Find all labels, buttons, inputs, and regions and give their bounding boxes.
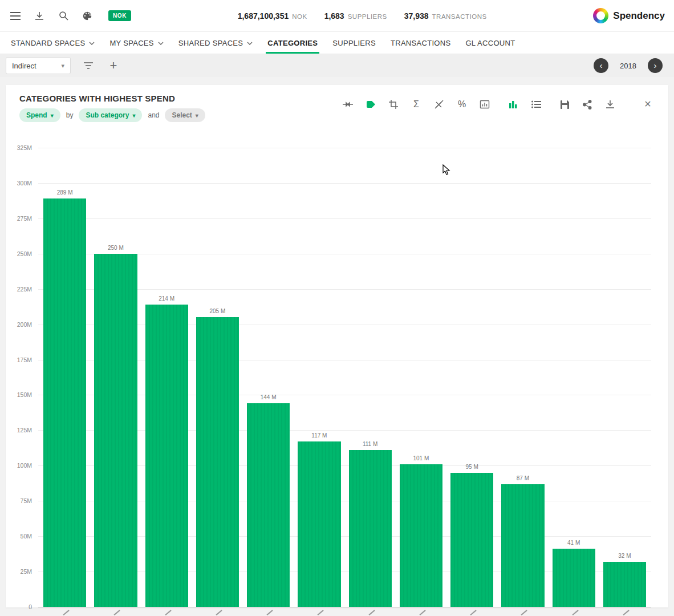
transactions-value: 37,938 <box>404 11 429 21</box>
x-tick-mark <box>419 610 425 615</box>
secondary-dimension-pill[interactable]: Select ▾ <box>165 108 205 122</box>
and-label: and <box>148 111 159 119</box>
bars: 289 M250 M214 M205 M144 M117 M111 M101 M… <box>38 148 651 607</box>
scope-dropdown-value: Indirect <box>12 62 36 70</box>
share-icon[interactable] <box>582 99 593 110</box>
bar-value-label: 214 M <box>140 295 194 302</box>
transactions-unit: TRANSACTIONS <box>432 13 487 20</box>
bar-value-label: 95 M <box>445 464 499 470</box>
y-tick-label: 225M <box>17 286 32 293</box>
y-tick-label: 250M <box>17 250 32 257</box>
x-tick-mark <box>114 610 120 615</box>
nav-label: SUPPLIERS <box>332 39 376 47</box>
bar-value-label: 250 M <box>88 245 143 251</box>
percent-icon[interactable]: % <box>456 99 468 110</box>
list-view-icon[interactable] <box>530 99 542 110</box>
suppliers-unit: SUPPLIERS <box>348 13 387 20</box>
suppliers-value: 1,683 <box>324 11 344 21</box>
bar[interactable]: 205 M <box>196 317 239 607</box>
dimension-pill[interactable]: Sub category ▾ <box>79 108 142 122</box>
scope-dropdown[interactable]: Indirect ▾ <box>6 57 71 74</box>
nav-label: GL ACCOUNT <box>465 39 515 47</box>
x-tick-mark <box>165 610 171 615</box>
chevron-down-icon <box>247 40 253 45</box>
year-label: 2018 <box>620 62 636 70</box>
bar-chart-view-icon[interactable] <box>507 99 519 110</box>
plot: 289 M250 M214 M205 M144 M117 M111 M101 M… <box>38 148 651 607</box>
sigma-icon[interactable]: Σ <box>411 99 422 110</box>
x-tick-mark <box>63 610 70 615</box>
gridline <box>38 607 651 607</box>
download-icon[interactable] <box>604 99 616 110</box>
palette-icon[interactable] <box>81 10 94 22</box>
nav-categories[interactable]: CATEGORIES <box>260 32 325 54</box>
chevron-down-icon <box>89 40 95 45</box>
bar[interactable]: 41 M <box>553 549 595 607</box>
nav-my-spaces[interactable]: MY SPACES <box>102 32 170 54</box>
year-navigation: ‹ 2018 › <box>594 58 663 73</box>
bar[interactable]: 250 M <box>94 254 137 607</box>
x-tick-mark <box>623 610 629 615</box>
merge-arrows-icon[interactable] <box>342 99 354 110</box>
y-tick-label: 275M <box>17 215 32 222</box>
chart-toolbar: Σ % ✕ <box>342 99 653 110</box>
close-icon[interactable]: ✕ <box>642 99 653 110</box>
bar[interactable]: 117 M <box>298 441 340 607</box>
bar-value-label: 289 M <box>38 189 92 196</box>
nav-label: TRANSACTIONS <box>391 39 450 47</box>
bar[interactable]: 87 M <box>501 484 544 607</box>
bar-value-label: 117 M <box>292 432 346 439</box>
y-tick-label: 25M <box>21 568 32 575</box>
chevron-down-icon: ▾ <box>51 112 54 119</box>
total-spend-unit: NOK <box>292 13 307 20</box>
bar[interactable]: 111 M <box>349 450 392 607</box>
bar[interactable]: 144 M <box>247 403 290 607</box>
measure-pill[interactable]: Spend ▾ <box>19 108 60 122</box>
y-tick-label: 200M <box>17 321 32 328</box>
bar-value-label: 101 M <box>394 455 448 461</box>
bar[interactable]: 32 M <box>603 562 646 607</box>
currency-badge[interactable]: NOK <box>108 10 131 21</box>
next-year-button[interactable]: › <box>648 58 663 73</box>
top-bar: NOK 1,687,100,351 NOK 1,683 SUPPLIERS 37… <box>0 0 674 32</box>
main-nav: STANDARD SPACES MY SPACES SHARED SPACES … <box>0 32 674 54</box>
nav-standard-spaces[interactable]: STANDARD SPACES <box>3 32 102 54</box>
bar-value-label: 205 M <box>190 308 245 314</box>
chart-card: CATEGORIES WITH HIGHEST SPEND Spend ▾ by… <box>6 85 668 607</box>
bar[interactable]: 214 M <box>145 305 188 607</box>
menu-icon[interactable] <box>9 10 22 22</box>
y-tick-label: 300M <box>17 180 32 187</box>
y-tick-label: 50M <box>21 533 32 540</box>
chart-box-icon[interactable] <box>479 99 490 110</box>
export-download-icon[interactable] <box>33 10 46 22</box>
crop-icon[interactable] <box>388 99 399 110</box>
add-widget-icon[interactable]: + <box>107 59 120 72</box>
y-tick-label: 125M <box>17 427 32 433</box>
nav-label: MY SPACES <box>109 39 153 47</box>
bar-value-label: 111 M <box>343 441 397 447</box>
chevron-down-icon: ▾ <box>61 62 64 70</box>
bar[interactable]: 101 M <box>400 464 442 607</box>
total-spend-stat: 1,687,100,351 NOK <box>238 11 307 21</box>
nav-suppliers[interactable]: SUPPLIERS <box>325 32 383 54</box>
spendency-logo-icon <box>593 8 608 23</box>
nav-transactions[interactable]: TRANSACTIONS <box>383 32 458 54</box>
bar[interactable]: 95 M <box>450 473 493 607</box>
bar-value-label: 41 M <box>547 540 601 546</box>
tag-icon[interactable] <box>365 99 376 110</box>
nav-label: STANDARD SPACES <box>11 39 85 47</box>
y-tick-label: 175M <box>17 356 32 363</box>
filter-bar: Indirect ▾ + ‹ 2018 › <box>0 54 674 77</box>
nav-shared-spaces[interactable]: SHARED SPACES <box>171 32 260 54</box>
search-icon[interactable] <box>57 10 70 22</box>
chevron-down-icon: ▾ <box>196 112 198 119</box>
bar[interactable]: 289 M <box>43 198 86 607</box>
y-axis: 325M300M275M250M225M200M175M150M125M100M… <box>6 148 33 607</box>
save-icon[interactable] <box>559 99 570 110</box>
nav-label: CATEGORIES <box>267 39 318 47</box>
filter-icon[interactable] <box>82 59 95 72</box>
nav-gl-account[interactable]: GL ACCOUNT <box>458 32 522 54</box>
chevron-down-icon <box>158 40 164 45</box>
previous-year-button[interactable]: ‹ <box>594 58 608 73</box>
exclude-icon[interactable] <box>433 99 445 110</box>
